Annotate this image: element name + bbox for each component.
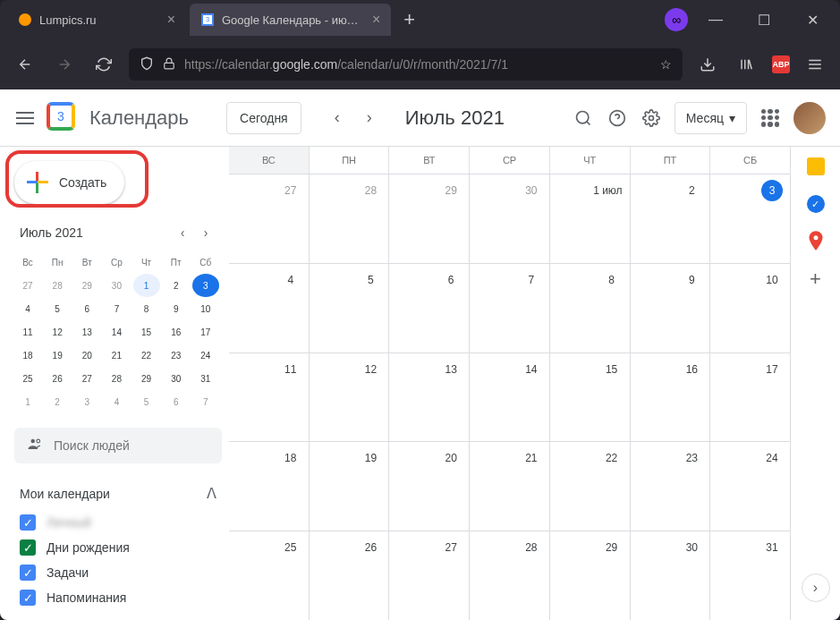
menu-icon[interactable] [801,50,829,79]
mini-day[interactable]: 26 [44,367,71,390]
day-cell[interactable]: 30 [469,174,549,263]
mini-day[interactable]: 28 [103,367,130,390]
close-window-button[interactable]: ✕ [792,2,833,38]
day-cell[interactable]: 28 [309,174,389,263]
mini-day[interactable]: 13 [73,320,100,344]
tasks-icon[interactable] [807,195,825,213]
mini-prev-button[interactable]: ‹ [172,222,193,243]
mini-day[interactable]: 8 [133,297,160,320]
shield-icon[interactable] [140,56,154,73]
search-people-input[interactable] [54,438,210,453]
day-cell[interactable]: 12 [309,353,389,442]
mini-day[interactable]: 7 [103,297,130,320]
keep-icon[interactable] [807,157,825,175]
create-button[interactable]: Создать [14,161,124,204]
mini-day[interactable]: 18 [14,344,41,367]
mini-day[interactable]: 4 [103,390,130,413]
mini-day[interactable]: 6 [73,297,100,320]
mini-day[interactable]: 25 [14,367,41,390]
mini-day[interactable]: 27 [14,274,41,297]
day-cell[interactable]: 4 [229,264,309,352]
new-tab-button[interactable]: + [395,8,424,31]
user-avatar[interactable] [793,102,826,134]
checkbox[interactable]: ✓ [20,514,36,531]
day-cell[interactable]: 21 [469,442,549,531]
day-cell[interactable]: 17 [709,353,790,442]
mini-day[interactable]: 30 [103,274,130,297]
my-calendars-toggle[interactable]: Мои календари ᐱ [14,481,222,505]
day-cell[interactable]: 20 [388,442,469,531]
mini-day[interactable]: 9 [163,297,190,320]
mini-day[interactable]: 30 [163,367,190,390]
view-selector[interactable]: Месяц▾ [675,102,747,134]
mini-day[interactable]: 15 [133,320,160,344]
library-icon[interactable] [733,50,761,79]
mini-day[interactable]: 31 [192,367,219,390]
mini-day[interactable]: 29 [73,274,100,297]
mini-day[interactable]: 27 [73,367,100,390]
day-cell[interactable]: 2 [630,174,710,263]
mini-day[interactable]: 23 [163,344,190,367]
mini-day[interactable]: 6 [163,390,190,413]
day-cell[interactable]: 6 [388,264,469,352]
day-cell[interactable]: 27 [388,531,469,620]
day-cell[interactable]: 28 [469,531,549,620]
mini-day[interactable]: 22 [133,344,160,367]
browser-tab-active[interactable]: 3 Google Календарь - июль 2021 × [190,4,391,36]
mini-day[interactable]: 7 [192,390,219,413]
day-cell[interactable]: 10 [709,264,790,352]
mini-day[interactable]: 10 [192,297,219,320]
main-menu-icon[interactable] [14,107,36,129]
day-cell[interactable]: 1 июл [549,174,630,263]
close-tab-icon[interactable]: × [372,12,380,28]
mini-day[interactable]: 12 [44,320,71,344]
mini-day[interactable]: 1 [14,390,41,413]
day-cell[interactable]: 27 [229,174,309,263]
address-bar[interactable]: https://calendar.google.com/calendar/u/0… [129,48,683,81]
day-cell[interactable]: 25 [229,531,309,620]
calendar-item[interactable]: ✓Напоминания [20,590,222,606]
apps-icon[interactable] [759,107,781,129]
day-cell[interactable]: 29 [388,174,469,263]
mini-day[interactable]: 24 [192,344,219,367]
mini-day[interactable]: 4 [14,297,41,320]
download-icon[interactable] [693,50,722,79]
day-cell[interactable]: 15 [549,353,630,442]
maps-icon[interactable] [807,233,825,251]
day-cell[interactable]: 23 [630,442,710,531]
day-cell[interactable]: 24 [709,442,790,531]
checkbox[interactable]: ✓ [20,565,36,581]
mini-day[interactable]: 2 [44,390,71,413]
reload-button[interactable] [89,50,118,79]
mini-day[interactable]: 21 [103,344,130,367]
day-cell[interactable]: 26 [309,531,389,620]
mini-day[interactable]: 3 [192,274,219,297]
mini-day[interactable]: 28 [44,274,71,297]
day-cell[interactable]: 11 [229,353,309,442]
day-cell[interactable]: 7 [469,264,549,352]
minimize-button[interactable]: — [695,2,736,38]
day-cell[interactable]: 19 [309,442,389,531]
mini-day[interactable]: 17 [192,320,219,344]
calendar-item[interactable]: ✓Личный [20,514,222,531]
day-cell[interactable]: 29 [549,531,630,620]
day-cell[interactable]: 16 [630,353,710,442]
mini-day[interactable]: 11 [14,320,41,344]
day-cell[interactable]: 18 [229,442,309,531]
mini-day[interactable]: 19 [44,344,71,367]
mini-day[interactable]: 2 [163,274,190,297]
mini-day[interactable]: 5 [44,297,71,320]
mini-day[interactable]: 29 [133,367,160,390]
mini-day[interactable]: 14 [103,320,130,344]
mini-day[interactable]: 5 [133,390,160,413]
maximize-button[interactable]: ☐ [743,2,785,38]
mini-day[interactable]: 3 [73,390,100,413]
calendar-item[interactable]: ✓Дни рождения [20,539,222,556]
day-cell[interactable]: 31 [709,531,790,620]
lock-icon[interactable] [163,57,175,72]
checkbox[interactable]: ✓ [20,539,36,556]
abp-icon[interactable]: ABP [772,55,790,73]
search-people-field[interactable] [14,428,222,463]
mini-day[interactable]: 1 [133,274,160,297]
day-cell[interactable]: 9 [630,264,710,352]
